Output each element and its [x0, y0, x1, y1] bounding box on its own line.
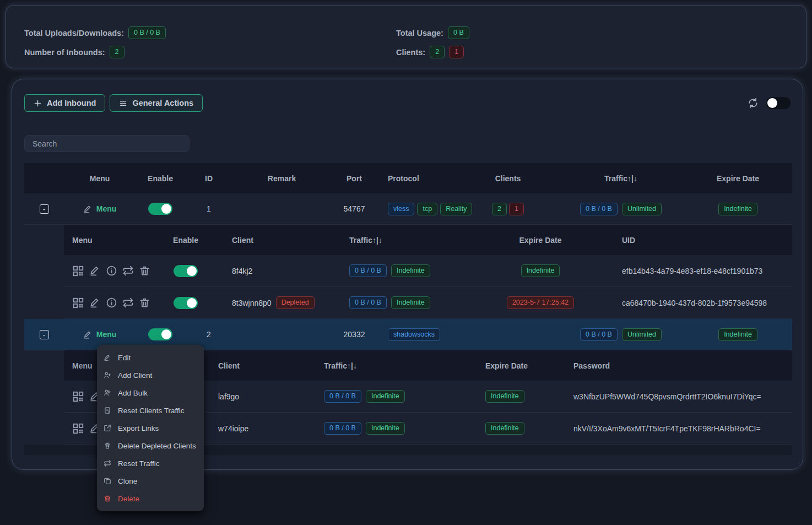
client-uid: ca68470b-1940-437d-802b-1f9573e94598 [596, 299, 792, 307]
sub-header-enable: Enable [166, 236, 205, 245]
stat-label: Clients: [396, 48, 425, 57]
stat-label: Total Usage: [396, 29, 443, 37]
qr-code-icon[interactable] [72, 297, 84, 309]
client-uid: efb14b43-4a79-4e83-ef18-e48cf1901b73 [596, 267, 792, 275]
search-input[interactable] [24, 135, 190, 152]
sub-header-traffic: Traffic↑|↓ [301, 361, 458, 370]
inbound-protocols: vless tcp Reality [377, 203, 458, 215]
reset-traffic-icon [104, 459, 112, 467]
header-enable: Enable [136, 174, 185, 183]
traffic-limit-badge: Indefinite [391, 296, 430, 309]
general-actions-label: General Actions [132, 99, 193, 107]
qr-code-icon[interactable] [72, 391, 84, 403]
edit-pencil-icon[interactable] [89, 265, 101, 277]
sub-header-expire-date: Expire Date [485, 236, 596, 245]
header-remark: Remark [232, 174, 331, 183]
menu-item-add-bulk[interactable]: Add Bulk [97, 384, 204, 402]
client-name: 8t3wjnn8p0 [232, 299, 272, 307]
info-circle-icon[interactable] [106, 265, 117, 277]
header-id: ID [185, 174, 232, 183]
traffic-limit-badge: Unlimited [622, 203, 662, 215]
client-traffic: 0 B / 0 B Indefinite [328, 296, 485, 309]
add-inbound-label: Add Inbound [47, 99, 96, 107]
clients-active-badge: 2 [492, 203, 507, 215]
sub-header-traffic: Traffic↑|↓ [328, 236, 485, 245]
toolbar-right [748, 97, 791, 109]
general-actions-button[interactable]: General Actions [110, 94, 203, 112]
add-inbound-button[interactable]: Add Inbound [24, 94, 105, 112]
traffic-badge: 0 B / 0 B [580, 328, 618, 341]
inbound-id: 1 [185, 204, 232, 213]
inbound-traffic: 0 B / 0 B Unlimited [558, 203, 684, 215]
inbounds-table-header: Menu Enable ID Remark Port Protocol Clie… [24, 163, 792, 193]
menu-item-export-links[interactable]: Export Links [97, 419, 204, 437]
menu-item-reset-traffic[interactable]: Reset Traffic [97, 454, 204, 472]
edit-pencil-icon[interactable] [89, 297, 101, 308]
client-actions [64, 265, 166, 277]
collapse-row-button[interactable]: - [40, 330, 49, 339]
menu-lines-icon [119, 99, 127, 107]
header-clients: Clients [458, 174, 558, 183]
stats-panel: Total Uploads/Downloads: 0 B / 0 B Total… [6, 5, 806, 68]
trash-users-icon [104, 442, 112, 450]
info-circle-icon[interactable] [106, 297, 117, 308]
inbound-traffic: 0 B / 0 B Unlimited [558, 328, 684, 341]
stat-value-badge: 0 B [448, 26, 469, 39]
inbound-port: 20332 [331, 330, 377, 339]
sub-header-password: Password [562, 361, 792, 370]
stat-label: Total Uploads/Downloads: [24, 29, 124, 37]
client-row: 8f4kj2 0 B / 0 B Indefinite Indefinite e… [24, 255, 792, 287]
stat-total-uploads-downloads: Total Uploads/Downloads: 0 B / 0 B [24, 26, 396, 39]
refresh-icon[interactable] [748, 98, 759, 109]
traffic-badge: 0 B / 0 B [349, 264, 387, 277]
menu-item-add-client[interactable]: Add Client [97, 366, 204, 384]
row-context-menu: Edit Add Client Add Bulk Reset Clients T… [97, 345, 204, 511]
inbound-row-1: - Menu 1 54767 vless tcp Reality [24, 193, 792, 225]
stat-clients: Clients: 2 1 [396, 46, 788, 58]
protocol-badge: tcp [417, 203, 437, 215]
collapse-row-button[interactable]: - [40, 204, 49, 214]
inbound-clients: 2 1 [458, 203, 558, 215]
client-row: 8t3wjnn8p0 Depleted 0 B / 0 B Indefinite… [24, 287, 792, 319]
row-menu-button[interactable]: Menu [83, 330, 117, 339]
clients-depleted-badge: 1 [509, 203, 524, 215]
stat-label: Number of Inbounds: [24, 48, 105, 57]
menu-item-delete-depleted-clients[interactable]: Delete Depleted Clients [97, 437, 204, 454]
plus-icon [34, 99, 42, 107]
inbound-id: 2 [185, 330, 232, 339]
qr-code-icon[interactable] [72, 423, 84, 435]
traffic-badge: 0 B / 0 B [580, 203, 618, 215]
stat-total-usage: Total Usage: 0 B [396, 26, 788, 39]
enable-toggle[interactable] [148, 203, 172, 215]
enable-toggle[interactable] [148, 328, 172, 340]
trash-icon[interactable] [139, 265, 150, 277]
toolbar: Add Inbound General Actions [24, 94, 791, 112]
reset-traffic-icon[interactable] [122, 265, 134, 277]
client-enable-toggle[interactable] [174, 297, 198, 309]
qr-code-icon[interactable] [72, 265, 84, 277]
depleted-badge: Depleted [276, 296, 315, 309]
trash-icon [104, 495, 112, 502]
trash-icon[interactable] [139, 297, 150, 308]
stat-value-badge: 0 B / 0 B [128, 26, 166, 39]
users-add-icon [104, 389, 112, 397]
reset-traffic-icon[interactable] [122, 297, 134, 308]
inbound-protocols: shadowsocks [377, 328, 458, 341]
dark-mode-toggle[interactable] [766, 97, 791, 109]
client-table-1-header-row: Menu Enable Client Traffic↑|↓ Expire Dat… [24, 225, 792, 255]
menu-item-reset-clients-traffic[interactable]: Reset Clients Traffic [97, 402, 204, 419]
menu-item-edit[interactable]: Edit [97, 349, 204, 366]
client-password: w3NfbzUPf5WWd745Q8pvsmQrdrttT2IO6knuI7Di… [562, 392, 792, 401]
traffic-badge: 0 B / 0 B [324, 390, 361, 403]
row-menu-button[interactable]: Menu [83, 204, 117, 214]
menu-item-delete[interactable]: Delete [97, 490, 204, 507]
export-icon [104, 424, 112, 432]
sub-header-menu: Menu [64, 236, 166, 245]
menu-item-clone[interactable]: Clone [97, 472, 204, 490]
header-menu: Menu [64, 174, 136, 183]
client-enable-toggle[interactable] [174, 265, 198, 277]
traffic-limit-badge: Indefinite [391, 264, 430, 277]
client-name: 8f4kj2 [232, 267, 252, 275]
client-traffic: 0 B / 0 B Indefinite [301, 422, 458, 435]
stats-grid: Total Uploads/Downloads: 0 B / 0 B Total… [24, 26, 788, 58]
